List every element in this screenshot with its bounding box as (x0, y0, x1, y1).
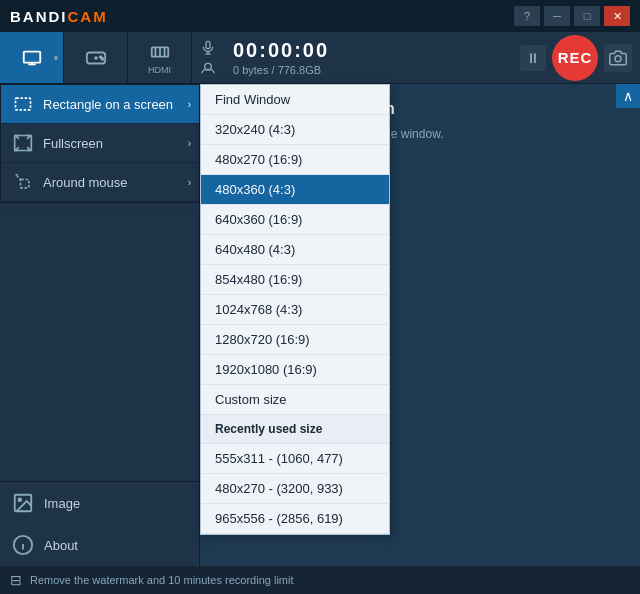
res-640x480[interactable]: 640x480 (4:3) (201, 235, 389, 265)
help-button[interactable]: ? (514, 6, 540, 26)
res-640x360[interactable]: 640x360 (16:9) (201, 205, 389, 235)
resolution-submenu: Find Window 320x240 (4:3) 480x270 (16:9)… (200, 84, 390, 535)
svg-rect-28 (16, 98, 31, 110)
microphone-icon (200, 40, 216, 56)
toolbar-right: 00:00:00 0 bytes / 776.8GB ⏸ REC (192, 32, 640, 83)
timer-display: 00:00:00 (233, 39, 329, 62)
svg-rect-30 (21, 180, 29, 188)
tab-screen[interactable]: ▼ (0, 32, 64, 83)
mode-around-mouse-chevron: › (188, 177, 191, 188)
mode-fullscreen-label: Fullscreen (43, 136, 103, 151)
sidebar-item-image[interactable]: Image (0, 482, 199, 524)
collapse-button[interactable]: ∧ (616, 84, 640, 108)
webcam-icon (200, 60, 216, 76)
res-custom-size[interactable]: Custom size (201, 385, 389, 415)
mode-rectangle-icon (13, 94, 33, 114)
mic-cam-icons (200, 40, 216, 76)
mode-rectangle-chevron: › (188, 99, 191, 110)
mode-menu: Rectangle on a screen › Fullscreen › Aro… (0, 84, 200, 203)
svg-rect-11 (206, 41, 210, 48)
res-320x240[interactable]: 320x240 (4:3) (201, 115, 389, 145)
watermark-icon: ⊟ (10, 572, 22, 588)
res-854x480[interactable]: 854x480 (16:9) (201, 265, 389, 295)
res-1024x768[interactable]: 1024x768 (4:3) (201, 295, 389, 325)
res-recent2[interactable]: 480x270 - (3200, 933) (201, 474, 389, 504)
res-1920x1080[interactable]: 1920x1080 (16:9) (201, 355, 389, 385)
tab-game[interactable] (64, 32, 128, 83)
image-icon (12, 492, 34, 514)
res-recently-used-label: Recently used size (201, 415, 389, 444)
mode-fullscreen-icon (13, 133, 33, 153)
window-controls: ? ─ □ ✕ (514, 6, 630, 26)
mode-menu-rectangle[interactable]: Rectangle on a screen › (1, 85, 199, 124)
bottom-bar: ⊟ Remove the watermark and 10 minutes re… (0, 566, 640, 594)
tab-hdmi[interactable]: HDMI (128, 32, 192, 83)
mode-around-mouse-label: Around mouse (43, 175, 128, 190)
screen-record-icon (21, 47, 43, 69)
titlebar: BANDICAM ? ─ □ ✕ (0, 0, 640, 32)
tab-arrow: ▼ (52, 53, 60, 62)
res-find-window[interactable]: Find Window (201, 85, 389, 115)
sidebar-item-about[interactable]: About (0, 524, 199, 566)
hdmi-icon (149, 41, 171, 63)
hdmi-label: HDMI (148, 65, 171, 75)
minimize-button[interactable]: ─ (544, 6, 570, 26)
res-recent3[interactable]: 965x556 - (2856, 619) (201, 504, 389, 534)
mode-rectangle-label: Rectangle on a screen (43, 97, 173, 112)
mode-around-mouse-icon (13, 172, 33, 192)
svg-rect-0 (23, 51, 40, 62)
pause-button[interactable]: ⏸ (520, 45, 546, 71)
bottom-bar-message: Remove the watermark and 10 minutes reco… (30, 574, 294, 586)
game-record-icon (85, 47, 107, 69)
close-button[interactable]: ✕ (604, 6, 630, 26)
toolbar: ▼ HDMI (0, 32, 640, 84)
mode-fullscreen-chevron: › (188, 138, 191, 149)
camera-icon (609, 49, 627, 67)
file-size-display: 0 bytes / 776.8GB (233, 64, 329, 76)
logo-bandi: BANDI (10, 8, 68, 25)
mode-menu-fullscreen[interactable]: Fullscreen › (1, 124, 199, 163)
res-recent1[interactable]: 555x311 - (1060, 477) (201, 444, 389, 474)
rec-button[interactable]: REC (552, 35, 598, 81)
mode-menu-around-mouse[interactable]: Around mouse › (1, 163, 199, 202)
res-1280x720[interactable]: 1280x720 (16:9) (201, 325, 389, 355)
timer-block: 00:00:00 0 bytes / 776.8GB (229, 39, 329, 76)
app-logo: BANDICAM (10, 8, 514, 25)
image-label: Image (44, 496, 80, 511)
screenshot-button[interactable] (604, 44, 632, 72)
restore-button[interactable]: □ (574, 6, 600, 26)
svg-point-15 (615, 55, 621, 61)
svg-point-21 (18, 498, 21, 501)
about-icon (12, 534, 34, 556)
res-480x270[interactable]: 480x270 (16:9) (201, 145, 389, 175)
about-label: About (44, 538, 78, 553)
res-480x360[interactable]: 480x360 (4:3) (201, 175, 389, 205)
svg-point-6 (101, 58, 103, 60)
logo-cam: CAM (68, 8, 108, 25)
